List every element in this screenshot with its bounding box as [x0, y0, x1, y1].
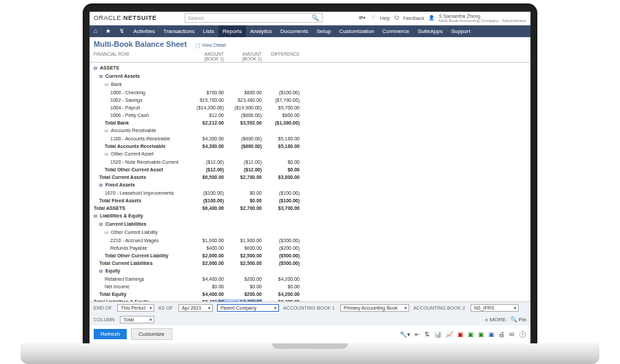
collapse-icon[interactable]: ⊟ — [94, 213, 99, 220]
row-label: 1006 - Petty Cash — [94, 111, 190, 119]
user-block[interactable]: S Samantha Zheng Multi-Book Accounting C… — [439, 14, 526, 23]
nav-activities[interactable]: Activities — [129, 25, 159, 38]
nav-reports[interactable]: Reports — [218, 25, 246, 38]
role-switch-icon[interactable]: ⇄▾ — [359, 15, 366, 21]
as-of-select[interactable]: Apr 2021 — [178, 304, 213, 312]
end-of-select[interactable]: This Period — [117, 304, 154, 312]
row-value — [190, 228, 228, 237]
row-value — [266, 64, 304, 72]
email-icon[interactable]: ✉ — [509, 331, 515, 338]
refresh-button[interactable]: Refresh — [94, 329, 127, 339]
app-header: ORACLE NETSUITE Search 🔍 ⇄▾ ❔ Help 🗨 Fee… — [90, 12, 530, 25]
row-value: $1,600.00 — [190, 237, 228, 244]
customize-button[interactable]: Customize — [131, 328, 172, 340]
chart-icon[interactable]: 📊 — [434, 331, 442, 338]
filters-more[interactable]: ± MORE — [485, 317, 506, 323]
row-value: ($100.00) — [266, 189, 304, 197]
row-value: ($12.00) — [190, 158, 228, 166]
row-label[interactable]: ⊟ASSETS — [94, 64, 190, 72]
row-value — [190, 127, 228, 135]
collapse-icon[interactable]: ⊟ — [94, 65, 99, 72]
nav-support[interactable]: Support — [447, 25, 475, 38]
row-value: ($12.00) — [228, 158, 266, 166]
global-search[interactable]: Search 🔍 — [185, 13, 322, 23]
collapse-icon[interactable]: ⊟ — [105, 151, 110, 158]
feedback-label[interactable]: Feedback — [403, 16, 424, 21]
row-label: Total Bank — [94, 119, 190, 127]
row-label[interactable]: ⊟Current Assets — [94, 72, 190, 81]
row-value: $2,500.00 — [228, 259, 266, 267]
row-value: $200.00 — [228, 275, 266, 283]
row-label: Total Accounts Receivable — [94, 142, 190, 150]
report-row: Total Current Liabilities$2,000.00$2,500… — [94, 259, 526, 267]
nav-shortcuts-icon[interactable]: ↯ — [115, 28, 129, 34]
nav-transactions[interactable]: Transactions — [159, 25, 199, 38]
feedback-icon[interactable]: 🗨 — [394, 16, 399, 21]
nav-prev-icon[interactable]: ⇤ — [415, 331, 420, 338]
help-icon[interactable]: ❔ — [370, 15, 376, 21]
row-label[interactable]: ⊟Bank — [94, 81, 190, 89]
view-detail-link[interactable]: 📄 View Detail — [194, 43, 226, 47]
page-title-bar: Multi-Book Balance Sheet 📄 View Detail — [90, 37, 530, 51]
nav-customization[interactable]: Customization — [335, 25, 378, 38]
column-select[interactable]: Total — [120, 316, 154, 323]
book1-label: ACCOUNTING BOOK 1 — [283, 306, 335, 310]
filter-find-icon[interactable]: 🔍 Fin — [510, 317, 526, 323]
collapse-icon[interactable]: ⊟ — [105, 127, 110, 135]
collapse-icon[interactable]: ⊟ — [105, 81, 110, 89]
nav-documents[interactable]: Documents — [276, 25, 312, 38]
row-label[interactable]: ⊟Liabilities & Equity — [94, 212, 190, 220]
collapse-icon[interactable]: ⊟ — [99, 268, 104, 275]
subsidiary-context-select[interactable]: Parent Company — [217, 304, 279, 312]
user-role: Multi-Book Accounting Company - Administ… — [439, 19, 526, 23]
row-value: $4,300.00 — [190, 142, 228, 150]
row-label[interactable]: ⊟Accounts Receivable — [94, 127, 190, 135]
nav-analytics[interactable]: Analytics — [246, 25, 276, 38]
row-value: $800.00 — [228, 89, 266, 96]
row-label[interactable]: ⊟Current Liabilities — [94, 220, 190, 228]
row-value — [228, 220, 266, 228]
schedule-icon[interactable]: 🕑 — [519, 331, 526, 338]
report-row: Total Current Assets$6,500.00$2,700.00$3… — [94, 173, 526, 181]
row-label[interactable]: ⊟Fixed Assets — [94, 181, 190, 189]
nav-commerce[interactable]: Commerce — [378, 25, 413, 38]
nav-home-icon[interactable]: ⌂ — [90, 28, 101, 34]
row-label[interactable]: ⊟Other Current Liability — [94, 228, 190, 237]
avatar-icon[interactable]: 👤 — [428, 15, 435, 21]
search-icon[interactable]: 🔍 — [311, 14, 319, 21]
nav-lists[interactable]: Lists — [199, 25, 218, 38]
brand-left: ORACLE — [94, 14, 123, 21]
row-value — [228, 181, 266, 189]
nav-setup[interactable]: Setup — [312, 25, 335, 38]
row-value: $0.00 — [266, 158, 304, 166]
book1-select[interactable]: Primary Accounting Book — [340, 304, 409, 312]
collapse-icon[interactable]: ⊟ — [99, 73, 104, 81]
collapse-icon[interactable]: ⊟ — [105, 229, 110, 237]
nav-star-icon[interactable]: ★ — [101, 28, 115, 34]
row-label: Total Equity — [94, 290, 190, 298]
row-value: ($500.00) — [266, 252, 304, 259]
row-label[interactable]: ⊟Equity — [94, 267, 190, 275]
row-value: ($1,380.00) — [266, 119, 304, 127]
collapse-icon[interactable]: ⊟ — [99, 182, 104, 189]
help-label[interactable]: Help — [380, 16, 390, 21]
export-csv-icon[interactable]: ▣ — [478, 331, 484, 338]
book2-select[interactable]: NS_IFRS — [471, 304, 519, 312]
nav-suiteapps[interactable]: SuiteApps — [413, 25, 446, 38]
print-icon[interactable]: 🖨 — [499, 331, 505, 338]
export-doc-icon[interactable]: ▣ — [488, 331, 495, 338]
collapse-icon[interactable]: ⊟ — [99, 221, 104, 228]
report-row: Total Fixed Assets($100.00)$0.00($100.00… — [94, 197, 526, 204]
row-value: ($808.00) — [228, 111, 266, 119]
options-icon[interactable]: 🔧▾ — [400, 331, 411, 338]
export-xls-icon[interactable]: ▣ — [468, 331, 474, 338]
sort-icon[interactable]: ⇅ — [424, 331, 430, 338]
graph-icon[interactable]: 📈 — [446, 331, 453, 338]
row-value: ($100.00) — [190, 197, 228, 204]
row-label[interactable]: ⊟Other Current Asset — [94, 150, 190, 158]
row-label: 1002 - Savings — [94, 96, 190, 104]
export-pdf-icon[interactable]: ▣ — [457, 331, 464, 338]
row-value: $6,500.00 — [190, 173, 228, 181]
row-value: $2,700.00 — [228, 173, 266, 181]
row-label: Total Other Current Liability — [94, 252, 190, 259]
